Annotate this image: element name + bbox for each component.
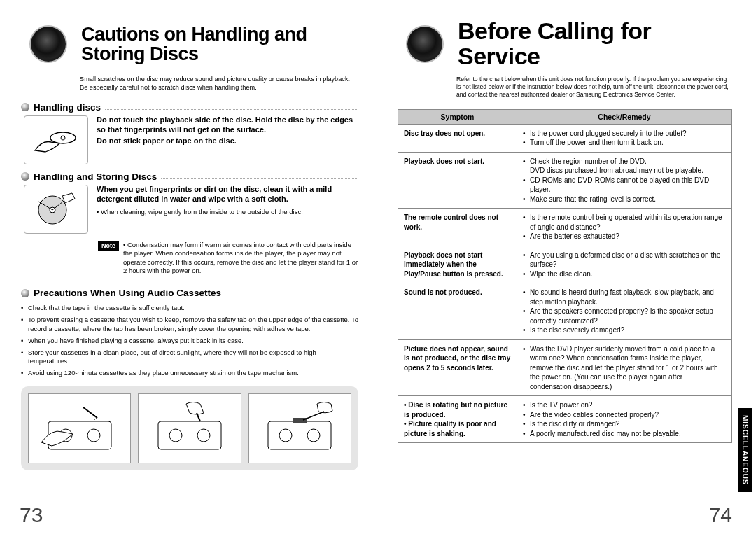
table-row: Picture does not appear, sound is not pr… — [398, 339, 732, 396]
remedy-cell: •Check the region number of the DVD. DVD… — [517, 152, 732, 209]
symptom-cell: Sound is not produced. — [398, 283, 517, 340]
table-row: Playback does not start.•Check the regio… — [398, 152, 732, 209]
section-title: Handling and Storing Discs — [34, 171, 157, 182]
side-tab: MISCELLANEOUS — [738, 408, 752, 492]
remedy-cell: •Is the remote control being operated wi… — [517, 209, 732, 246]
symptom-cell: Playback does not start. — [398, 152, 517, 209]
remedy-cell: •Was the DVD player suddenly moved from … — [517, 339, 732, 396]
header-left: Cautions on Handling and Storing Discs — [21, 17, 358, 71]
header-right: Before Calling for Service — [398, 17, 732, 71]
list-item: •Check that the tape in the cassette is … — [21, 304, 358, 313]
th-remedy: Check/Remedy — [517, 109, 732, 124]
section-cassettes: Precautions When Using Audio Cassettes — [21, 288, 358, 298]
text: Condensation may form if warm air comes … — [123, 241, 358, 274]
symptom-cell: Disc tray does not open. — [398, 124, 517, 152]
bullet-icon — [21, 289, 29, 297]
page-right: Before Calling for Service Refer to the … — [378, 0, 756, 534]
cassette-illustration — [248, 393, 351, 463]
cassette-illustration — [138, 393, 241, 463]
symptom-cell: • Disc is rotating but no picture is pro… — [398, 396, 517, 443]
table-row: Disc tray does not open.•Is the power co… — [398, 124, 732, 152]
list-item: •When you have finished playing a casset… — [21, 337, 358, 346]
page-number: 73 — [20, 503, 43, 527]
intro-right: Refer to the chart below when this unit … — [456, 76, 732, 99]
symptom-cell: The remote control does not work. — [398, 209, 517, 246]
intro-left: Small scratches on the disc may reduce s… — [80, 76, 358, 92]
wipe-disc-illustration — [24, 185, 88, 234]
table-row: Sound is not produced.•No sound is heard… — [398, 283, 732, 340]
section-handling-discs: Handling discs — [21, 102, 358, 113]
hand-disc-illustration — [24, 115, 88, 164]
page-title-left: Cautions on Handling and Storing Discs — [81, 24, 358, 64]
speaker-icon — [398, 17, 452, 71]
remedy-cell: •No sound is heard during fast playback,… — [517, 283, 732, 340]
section-storing-discs: Handling and Storing Discs — [21, 171, 358, 182]
dotted-rule — [105, 104, 358, 110]
list-item: •Store your cassettes in a clean place, … — [21, 349, 358, 367]
para: When you get fingerprints or dirt on the… — [97, 185, 358, 204]
cassette-illustration — [28, 393, 131, 463]
storing-row: When you get fingerprints or dirt on the… — [21, 185, 358, 234]
remedy-cell: •Is the TV power on?•Are the video cable… — [517, 396, 732, 443]
handling-row: Do not touch the playback side of the di… — [21, 115, 358, 164]
table-row: The remote control does not work.•Is the… — [398, 209, 732, 246]
text: When cleaning, wipe gently from the insi… — [101, 208, 303, 216]
dotted-rule — [161, 174, 358, 179]
table-row: Playback does not start immediately when… — [398, 246, 732, 283]
th-symptom: Symptom — [398, 109, 517, 124]
svg-point-0 — [50, 132, 76, 143]
svg-point-1 — [61, 136, 65, 140]
remedy-cell: •Are you using a deformed disc or a disc… — [517, 246, 732, 283]
bullet-icon — [21, 103, 29, 111]
section-title: Precautions When Using Audio Cassettes — [34, 288, 221, 298]
cassette-list: •Check that the tape in the cassette is … — [21, 304, 358, 378]
note-badge: Note — [98, 241, 119, 251]
svg-rect-10 — [268, 421, 331, 449]
remedy-cell: •Is the power cord plugged securely into… — [517, 124, 732, 152]
troubleshoot-table: Symptom Check/Remedy Disc tray does not … — [398, 109, 732, 444]
page-number: 74 — [709, 503, 732, 527]
list-item: •Avoid using 120-minute cassettes as the… — [21, 369, 358, 378]
symptom-cell: Playback does not start immediately when… — [398, 246, 517, 283]
subnote: • When cleaning, wipe gently from the in… — [97, 208, 358, 216]
cassette-panel — [21, 386, 358, 470]
list-item: •To prevent erasing a cassette that you … — [21, 316, 358, 334]
para: Do not stick paper or tape on the disc. — [97, 136, 358, 146]
page-left: Cautions on Handling and Storing Discs S… — [0, 0, 378, 534]
note-row: Note • Condensation may form if warm air… — [98, 241, 358, 275]
handling-text: Do not touch the playback side of the di… — [97, 115, 358, 146]
svg-rect-13 — [293, 418, 307, 423]
page-title-right: Before Calling for Service — [458, 19, 732, 69]
symptom-cell: Picture does not appear, sound is not pr… — [398, 339, 517, 396]
speaker-icon — [21, 17, 76, 71]
note-text: • Condensation may form if warm air come… — [123, 241, 358, 275]
table-row: • Disc is rotating but no picture is pro… — [398, 396, 732, 443]
section-title: Handling discs — [34, 102, 101, 113]
para: Do not touch the playback side of the di… — [97, 115, 358, 135]
storing-text: When you get fingerprints or dirt on the… — [97, 185, 358, 217]
bullet-icon — [21, 172, 29, 181]
svg-rect-7 — [158, 421, 221, 449]
